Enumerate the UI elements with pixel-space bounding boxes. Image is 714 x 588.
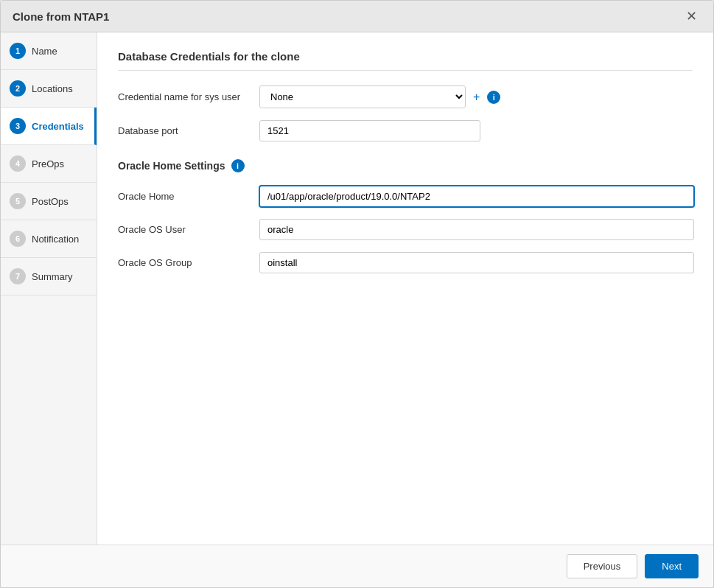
sidebar-item-notification[interactable]: 6 Notification xyxy=(1,220,97,258)
sidebar-item-credentials[interactable]: 3 Credentials xyxy=(1,108,97,145)
oracle-os-group-input[interactable] xyxy=(259,252,694,273)
modal-footer: Previous Next xyxy=(1,545,713,587)
sidebar-label-postops: PostOps xyxy=(32,196,69,207)
sidebar: 1 Name 2 Locations 3 Credentials 4 PreOp… xyxy=(1,32,97,545)
sidebar-label-locations: Locations xyxy=(32,83,73,94)
oracle-os-group-row: Oracle OS Group xyxy=(118,252,693,273)
step-badge-7: 7 xyxy=(10,268,26,284)
modal-body: 1 Name 2 Locations 3 Credentials 4 PreOp… xyxy=(1,32,713,545)
next-button[interactable]: Next xyxy=(645,554,699,578)
oracle-home-label: Oracle Home xyxy=(118,191,251,202)
sidebar-item-name[interactable]: 1 Name xyxy=(1,32,97,70)
oracle-os-user-label: Oracle OS User xyxy=(118,224,251,235)
port-input[interactable] xyxy=(259,120,480,141)
sidebar-item-preops[interactable]: 4 PreOps xyxy=(1,145,97,183)
oracle-os-group-label: Oracle OS Group xyxy=(118,257,251,268)
clone-modal: Clone from NTAP1 ✕ 1 Name 2 Locations 3 … xyxy=(0,0,714,588)
modal-header: Clone from NTAP1 ✕ xyxy=(1,1,713,32)
port-label: Database port xyxy=(118,125,251,136)
sidebar-label-summary: Summary xyxy=(32,271,73,282)
credential-label: Credential name for sys user xyxy=(118,91,251,102)
oracle-os-user-wrap xyxy=(259,219,694,240)
step-badge-4: 4 xyxy=(10,155,26,172)
oracle-os-user-row: Oracle OS User xyxy=(118,219,693,240)
port-control-wrap xyxy=(259,120,693,141)
step-badge-3: 3 xyxy=(10,118,26,134)
step-badge-5: 5 xyxy=(10,193,26,209)
sidebar-label-preops: PreOps xyxy=(32,158,64,169)
previous-button[interactable]: Previous xyxy=(567,554,638,578)
credential-control-wrap: None + i xyxy=(259,85,693,108)
modal-title: Clone from NTAP1 xyxy=(13,10,109,23)
credential-select[interactable]: None xyxy=(259,85,466,108)
credential-row: Credential name for sys user None + i xyxy=(118,85,693,108)
sidebar-item-postops[interactable]: 5 PostOps xyxy=(1,183,97,220)
oracle-home-input[interactable] xyxy=(259,186,694,207)
step-badge-6: 6 xyxy=(10,231,26,247)
sidebar-label-notification: Notification xyxy=(32,234,79,245)
oracle-home-wrap xyxy=(259,186,694,207)
section-title: Database Credentials for the clone xyxy=(118,50,693,71)
sidebar-item-locations[interactable]: 2 Locations xyxy=(1,70,97,108)
sidebar-label-credentials: Credentials xyxy=(32,121,84,132)
oracle-info-icon: i xyxy=(231,159,245,172)
sidebar-label-name: Name xyxy=(32,46,57,57)
step-badge-1: 1 xyxy=(10,43,26,59)
close-button[interactable]: ✕ xyxy=(682,8,701,24)
main-content: Database Credentials for the clone Crede… xyxy=(97,32,713,545)
oracle-section-title: Oracle Home Settings i xyxy=(118,159,693,172)
oracle-os-group-wrap xyxy=(259,252,694,273)
oracle-home-row: Oracle Home xyxy=(118,186,693,207)
credential-info-icon: i xyxy=(487,91,500,104)
oracle-os-user-input[interactable] xyxy=(259,219,694,240)
port-row: Database port xyxy=(118,120,693,141)
sidebar-item-summary[interactable]: 7 Summary xyxy=(1,258,97,295)
step-badge-2: 2 xyxy=(10,80,26,97)
add-credential-button[interactable]: + xyxy=(472,89,481,105)
